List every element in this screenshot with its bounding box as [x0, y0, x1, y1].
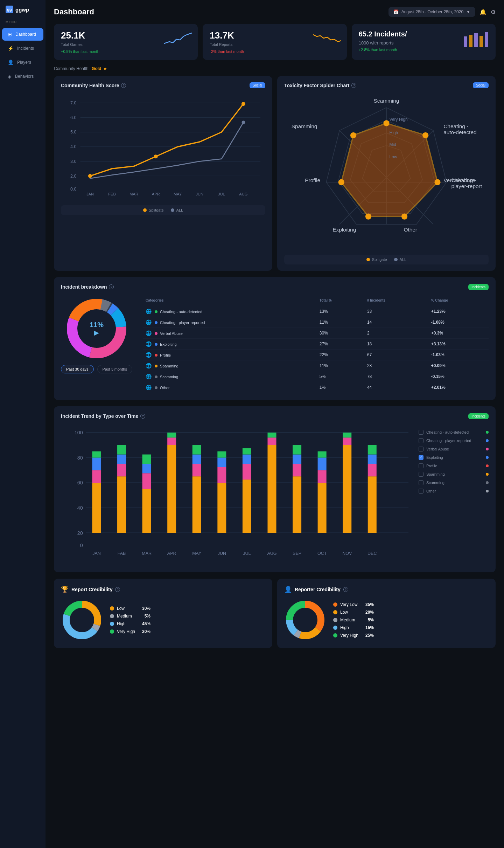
svg-rect-92	[142, 464, 151, 473]
players-icon: 👤	[8, 60, 14, 65]
cred-dot	[333, 618, 337, 622]
svg-text:3.0: 3.0	[70, 159, 76, 164]
time-btn-3months[interactable]: Past 3 months	[97, 365, 132, 373]
svg-rect-102	[192, 445, 201, 454]
trend-chart: 100 80 60 40 20 0 JAN	[61, 426, 412, 564]
incidents-count: 33	[364, 306, 428, 317]
trend-legend-item[interactable]: ✓ Exploiting	[419, 455, 489, 460]
col-total-pct: Total %	[317, 297, 364, 306]
sidebar-item-players[interactable]: 👤 Players	[2, 56, 43, 69]
checkbox[interactable]: ✓	[419, 455, 424, 460]
svg-rect-83	[92, 451, 101, 457]
svg-rect-87	[117, 454, 126, 464]
trend-legend-item[interactable]: Verbal Abuse	[419, 447, 489, 451]
checkbox[interactable]	[419, 430, 424, 435]
cred-dot	[333, 602, 337, 607]
chevron-down-icon: ▼	[466, 9, 470, 14]
time-btn-30days[interactable]: Past 30 days	[61, 365, 94, 373]
cat-name: 🌐 Cheating - auto-detected	[143, 306, 317, 317]
incident-help-icon[interactable]: ?	[109, 284, 114, 289]
checkbox[interactable]	[419, 447, 424, 451]
sidebar-item-incidents[interactable]: ⚡ Incidents	[2, 42, 43, 55]
svg-text:FEB: FEB	[108, 192, 116, 196]
svg-rect-82	[92, 457, 101, 470]
legend-dot	[486, 473, 489, 476]
svg-text:JUL: JUL	[243, 551, 251, 556]
svg-rect-105	[217, 467, 226, 483]
health-score-title: Community Health Score ?	[61, 83, 126, 88]
svg-rect-104	[217, 483, 226, 533]
incident-breakdown-panel: Incident breakdown ? Incidents	[54, 277, 496, 400]
community-health-rating: Gold	[92, 66, 101, 71]
table-row: 🌐 Other 1% 44 +2.01%	[143, 382, 489, 393]
legend-dot	[486, 464, 489, 467]
svg-rect-95	[167, 445, 176, 532]
svg-point-44	[365, 214, 371, 220]
trend-body: 100 80 60 40 20 0 JAN	[61, 426, 489, 566]
svg-point-26	[88, 174, 92, 178]
legend-dot	[486, 439, 489, 442]
change-val: +0.3%	[428, 328, 489, 338]
trend-help-icon[interactable]: ?	[140, 414, 145, 419]
svg-rect-100	[192, 464, 201, 476]
trend-legend-item[interactable]: Other	[419, 489, 489, 494]
logo-icon: gg	[6, 6, 13, 13]
health-score-chart: 7.0 6.0 5.0 4.0 3.0 2.0 0.0 JAN FEB MAR …	[61, 93, 265, 200]
svg-text:player-report: player-report	[451, 183, 482, 189]
checkbox[interactable]	[419, 480, 424, 485]
col-incidents: # Incidents	[364, 297, 428, 306]
splitgate-dot	[143, 208, 147, 212]
svg-point-28	[241, 102, 245, 106]
trend-legend-item[interactable]: Cheating - auto-detected	[419, 430, 489, 435]
sidebar: gg ggwp MENU ⊞ Dashboard ⚡ Incidents 👤 P…	[0, 0, 46, 848]
gear-icon[interactable]: ⚙	[491, 9, 496, 15]
svg-text:Exploiting: Exploiting	[332, 227, 356, 233]
svg-text:Mid: Mid	[390, 142, 396, 147]
trend-legend-item[interactable]: Cheating - player-reported	[419, 438, 489, 443]
table-row: 🌐 Profile 22% 67 -1.03%	[143, 349, 489, 360]
svg-text:DEC: DEC	[368, 551, 377, 556]
change-val: -0.15%	[428, 371, 489, 382]
donut-chart: 11% ▶	[65, 297, 128, 360]
toxicity-help-icon[interactable]: ?	[351, 83, 356, 88]
checkbox[interactable]	[419, 438, 424, 443]
trend-legend-item[interactable]: Spamming	[419, 472, 489, 477]
sidebar-item-dashboard[interactable]: ⊞ Dashboard	[2, 28, 43, 41]
svg-point-41	[422, 132, 428, 138]
stat-card-games: 25.1K Total Games +0.5% than last month	[54, 24, 198, 60]
svg-rect-85	[117, 476, 126, 533]
legend-dot	[486, 481, 489, 484]
incidents-count: 2	[364, 328, 428, 338]
svg-rect-129	[343, 437, 351, 445]
svg-rect-128	[343, 445, 351, 532]
cred-dot	[110, 622, 114, 626]
date-range[interactable]: 📅 August 28th - October 28th, 2020 ▼	[388, 7, 475, 17]
cred-legend-item: Medium 5%	[333, 618, 374, 622]
trend-badge: Incidents	[468, 413, 489, 419]
legend-label: Exploiting	[426, 455, 483, 460]
stat-card-reports: 13.7K Total Reports -2% than last month	[203, 24, 346, 60]
reporter-cred-help-icon[interactable]: ?	[343, 587, 348, 592]
cred-label: Very High	[117, 629, 135, 634]
report-cred-help-icon[interactable]: ?	[115, 587, 120, 592]
legend-all-label: ALL	[176, 208, 183, 212]
total-pct: 30%	[317, 328, 364, 338]
help-icon[interactable]: ?	[121, 83, 126, 88]
svg-text:Verbal Abuse: Verbal Abuse	[443, 177, 475, 183]
community-health-banner: Community Health: Gold ★	[54, 66, 496, 71]
trend-legend-item[interactable]: Scamming	[419, 480, 489, 485]
donut-pct: 11%	[90, 320, 104, 329]
svg-point-29	[242, 121, 245, 124]
svg-text:Spamming: Spamming	[292, 123, 317, 129]
checkbox[interactable]	[419, 463, 424, 468]
checkbox[interactable]	[419, 472, 424, 477]
svg-rect-135	[368, 445, 377, 454]
reporter-cred-icon: 👤	[284, 586, 292, 593]
checkbox[interactable]	[419, 489, 424, 494]
cred-pct: 30%	[138, 606, 150, 611]
svg-text:JUN: JUN	[218, 551, 226, 556]
svg-text:auto-detected: auto-detected	[443, 129, 476, 135]
sidebar-item-behaviors[interactable]: ◈ Behaviors	[2, 70, 43, 83]
bell-icon[interactable]: 🔔	[479, 9, 486, 15]
trend-legend-item[interactable]: Profile	[419, 463, 489, 468]
